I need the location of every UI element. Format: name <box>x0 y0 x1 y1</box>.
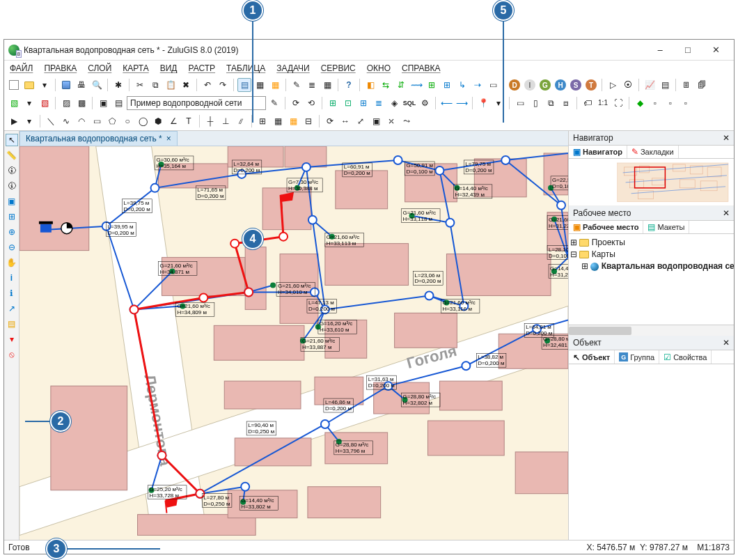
net-button-5[interactable]: ⊞ <box>425 78 439 92</box>
tool-break[interactable]: ⤫ <box>384 114 398 128</box>
menu-map[interactable]: КАРТА <box>123 63 148 73</box>
menu-bar[interactable]: ФАЙЛ ПРАВКА СЛОЙ КАРТА ВИД РАСТР ТАБЛИЦА… <box>4 61 734 76</box>
r2c2[interactable]: ▯ <box>528 96 542 110</box>
workspace-tab-ws[interactable]: ▣Рабочее место <box>569 221 643 233</box>
tool-scale[interactable]: ⤢ <box>354 114 368 128</box>
report-button[interactable]: ▤ <box>658 78 672 92</box>
tool-text[interactable]: T <box>182 114 196 128</box>
tool-grid2[interactable]: ▦ <box>271 114 285 128</box>
r2c3[interactable]: ⧉ <box>544 96 558 110</box>
menu-view[interactable]: ВИД <box>160 63 178 73</box>
tag-button[interactable]: 🏷 <box>581 96 595 110</box>
chart-button[interactable]: 📈 <box>643 78 657 92</box>
r2b4[interactable]: ⊡ <box>341 96 355 110</box>
layer-edit-button[interactable]: ▨ <box>59 96 73 110</box>
r2d3[interactable]: ▫ <box>664 96 677 110</box>
r2b6[interactable]: ≣ <box>372 96 386 110</box>
menu-tasks[interactable]: ЗАДАЧИ <box>276 63 309 73</box>
table-button[interactable]: ▦ <box>320 78 334 92</box>
r2b2[interactable]: ⟲ <box>304 96 318 110</box>
tool-select[interactable]: ↖ <box>6 134 18 146</box>
nav-back-button[interactable]: ⟵ <box>439 96 453 110</box>
tool-fill[interactable]: ⬢ <box>151 114 165 128</box>
tool-circle[interactable]: ○ <box>120 114 134 128</box>
tool-info2[interactable]: ℹ <box>6 287 18 300</box>
new-doc-button[interactable] <box>7 78 21 92</box>
badge-g[interactable]: G <box>538 78 552 92</box>
layer-style-button[interactable]: ▣ <box>96 96 110 110</box>
net-button-8[interactable]: ⇢ <box>471 78 485 92</box>
r2b8[interactable]: SQL <box>402 96 416 110</box>
tool-dd[interactable]: ▾ <box>22 114 36 128</box>
workspace-close[interactable]: ✕ <box>723 208 730 218</box>
tool-info-pick[interactable]: 🛈 <box>6 164 18 177</box>
tool-zoom-in[interactable]: ⊕ <box>6 226 18 238</box>
cut-button[interactable]: ✂ <box>133 78 147 92</box>
net-button-1[interactable]: ◧ <box>363 78 377 92</box>
r2b3[interactable]: ⊞ <box>326 96 340 110</box>
tool-grid[interactable]: ⊞ <box>6 210 18 223</box>
open-dropdown-button[interactable]: ▾ <box>38 78 52 92</box>
menu-edit[interactable]: ПРАВКА <box>44 63 77 73</box>
menu-table[interactable]: ТАБЛИЦА <box>226 63 265 73</box>
pencil-button[interactable]: ✎ <box>267 96 281 110</box>
play-button[interactable]: ▷ <box>606 78 620 92</box>
document-tab[interactable]: Квартальная водопроводная сеть * × <box>19 131 178 146</box>
tool-perp[interactable]: ⊥ <box>219 114 233 128</box>
tool-pointer[interactable]: ▶ <box>7 114 21 128</box>
badge-d[interactable]: D <box>508 78 521 92</box>
tool-join[interactable]: ⤳ <box>400 114 414 128</box>
r2c4[interactable]: ⧈ <box>559 96 573 110</box>
tool-ellipse[interactable]: ◯ <box>136 114 150 128</box>
net-button-4[interactable]: ⟿ <box>409 78 423 92</box>
badge-t[interactable]: T <box>584 78 598 92</box>
struct2-button[interactable]: 🗐 <box>695 78 709 92</box>
tool-info-area[interactable]: 🛈 <box>6 180 18 192</box>
layers-button[interactable]: ≣ <box>305 78 319 92</box>
menu-help[interactable]: СПРАВКА <box>402 63 441 73</box>
undo-button[interactable]: ↶ <box>201 78 214 92</box>
print-button[interactable]: 🖶 <box>74 78 88 92</box>
nav-fwd-button[interactable]: ⟶ <box>455 96 469 110</box>
tool-sel[interactable]: ▣ <box>369 114 383 128</box>
tool-flag-off[interactable]: ⦸ <box>6 348 18 361</box>
navigator-tab-nav[interactable]: ▣Навигатор <box>569 146 627 158</box>
menu-window[interactable]: ОКНО <box>367 63 391 73</box>
maximize-button[interactable]: □ <box>674 41 702 59</box>
menu-layer[interactable]: СЛОЙ <box>88 63 111 73</box>
net-button-7[interactable]: ↳ <box>455 78 469 92</box>
tool-snap[interactable]: ┼ <box>203 114 217 128</box>
layer-remove-button[interactable]: ▧ <box>38 96 52 110</box>
tool-curve[interactable]: ∿ <box>59 114 73 128</box>
badge-i[interactable]: I <box>523 78 537 92</box>
minimize-button[interactable]: ‒ <box>646 41 674 59</box>
layer-label-button[interactable]: ▤ <box>111 96 125 110</box>
r2b1[interactable]: ⟳ <box>289 96 303 110</box>
tool-zoom-out[interactable]: ⊖ <box>6 241 18 254</box>
badge-h[interactable]: H <box>554 78 567 92</box>
struct-button[interactable]: 🗏 <box>680 78 693 92</box>
tool-link[interactable]: ↗ <box>6 302 18 315</box>
tool-angle[interactable]: ∠ <box>166 114 180 128</box>
stop-button[interactable]: ⦿ <box>621 78 635 92</box>
tool-arc[interactable]: ◠ <box>74 114 88 128</box>
navigator-tab-bookmarks[interactable]: ✎Закладки <box>627 146 679 158</box>
tool-flag[interactable]: ▾ <box>6 333 18 345</box>
row2-dd[interactable]: ▾ <box>22 96 36 110</box>
menu-file[interactable]: ФАЙЛ <box>10 63 33 73</box>
tool-info[interactable]: i <box>6 272 18 284</box>
r2d1[interactable]: ◆ <box>633 96 647 110</box>
tool-ruler[interactable]: 📏 <box>6 149 18 162</box>
object-tab-obj[interactable]: ↖Объект <box>569 350 615 364</box>
net-button-2[interactable]: ⇆ <box>379 78 393 92</box>
workspace-tab-layouts[interactable]: ▤Макеты <box>643 221 689 233</box>
scale-11-button[interactable]: 1:1 <box>596 96 610 110</box>
redo-button[interactable]: ↷ <box>216 78 230 92</box>
panel-button-3[interactable]: ▦ <box>268 78 282 92</box>
menu-raster[interactable]: РАСТР <box>188 63 215 73</box>
net-button-3[interactable]: ⇵ <box>394 78 408 92</box>
tool-para[interactable]: ⫽ <box>234 114 248 128</box>
r2b9[interactable]: ⚙ <box>418 96 432 110</box>
open-button[interactable] <box>22 78 36 92</box>
print-preview-button[interactable]: 🔍 <box>90 78 104 92</box>
